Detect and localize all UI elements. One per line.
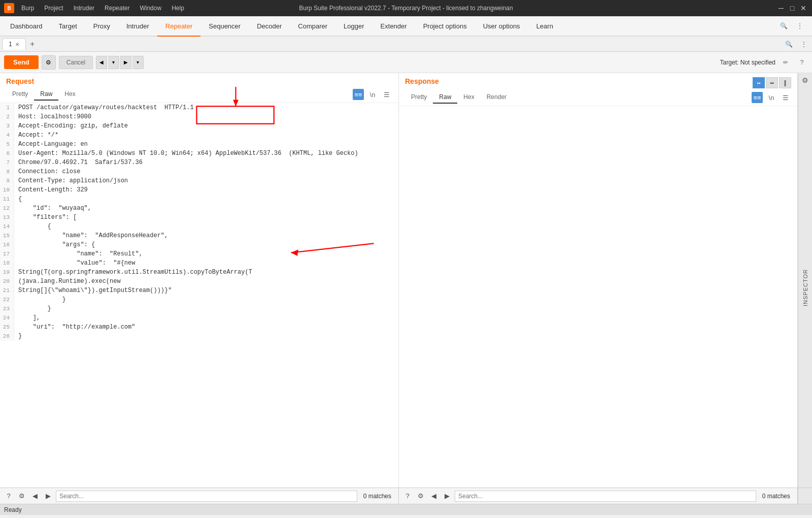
request-line-13: 13 "filters": [	[0, 213, 398, 222]
request-line-12: 12 "id": "wuyaaq",	[0, 204, 398, 213]
request-line-1: 1POST /actuator/gateway/routes/hacktest …	[0, 103, 398, 112]
response-newline-icon[interactable]: \n	[766, 92, 777, 103]
nav-tab-decoder[interactable]: Decoder	[249, 16, 290, 37]
inspector-label[interactable]: INSPECTOR	[802, 265, 808, 310]
minimize-button[interactable]: ─	[776, 4, 786, 13]
forward-arrow-dropdown[interactable]: ▾	[132, 56, 144, 69]
nav-tab-sequencer[interactable]: Sequencer	[200, 16, 249, 37]
inspector-gear-icon[interactable]: ⚙	[799, 73, 811, 87]
nav-tab-comparer[interactable]: Comparer	[290, 16, 335, 37]
response-tab-pretty[interactable]: Pretty	[405, 91, 433, 104]
request-line-9: 9Content-Type: application/json	[0, 176, 398, 185]
request-line-18: 18 "value": "#{new	[0, 258, 398, 268]
request-line-10: 10Content-Length: 329	[0, 185, 398, 195]
response-tab-hex[interactable]: Hex	[457, 91, 480, 104]
response-tab-raw[interactable]: Raw	[433, 91, 457, 104]
menu-intruder[interactable]: Intruder	[69, 3, 99, 14]
request-tab-pretty[interactable]: Pretty	[6, 88, 34, 101]
response-tab-render[interactable]: Render	[481, 91, 513, 104]
line-content: String[]{\"whoami\"}).getInputStream()))…	[14, 286, 172, 295]
nav-tab-logger[interactable]: Logger	[335, 16, 372, 37]
request-wrap-icon[interactable]: ☰	[381, 89, 392, 100]
response-view-horizontal[interactable]: ═	[766, 77, 778, 88]
response-wrap-icon[interactable]: ☰	[780, 92, 791, 103]
request-title: Request	[6, 77, 392, 85]
request-view-pretty-icon[interactable]: ≡≡	[353, 89, 364, 100]
request-code-area[interactable]: 1POST /actuator/gateway/routes/hacktest …	[0, 103, 398, 488]
tab-search-icon[interactable]: 🔍	[783, 38, 795, 50]
line-number: 9	[0, 176, 14, 185]
response-view-vertical[interactable]: ║	[779, 77, 791, 88]
response-search-forward-icon[interactable]: ▶	[442, 491, 453, 502]
more-options-icon[interactable]: ⋮	[794, 20, 806, 32]
repeater-tab-1[interactable]: 1 ✕	[2, 38, 26, 50]
nav-tab-user-options[interactable]: User options	[475, 16, 528, 37]
back-arrow-button[interactable]: ◀	[96, 56, 107, 69]
request-search-forward-icon[interactable]: ▶	[43, 491, 54, 502]
line-content: "uri": "http://example.com"	[14, 322, 135, 332]
nav-tab-dashboard[interactable]: Dashboard	[2, 16, 51, 37]
nav-tab-learn[interactable]: Learn	[528, 16, 561, 37]
response-search-help-icon[interactable]: ?	[402, 491, 413, 502]
request-line-19: 19String(T(org.springframework.util.Stre…	[0, 268, 398, 277]
maximize-button[interactable]: □	[788, 4, 797, 13]
response-search-input[interactable]	[455, 491, 756, 502]
search-icon[interactable]: 🔍	[777, 20, 790, 32]
menu-window[interactable]: Window	[134, 3, 166, 14]
request-tab-raw[interactable]: Raw	[34, 88, 58, 101]
menu-repeater[interactable]: Repeater	[99, 3, 134, 14]
edit-target-icon[interactable]: ✏	[780, 56, 792, 69]
request-tab-hex[interactable]: Hex	[58, 88, 81, 101]
request-search-back-icon[interactable]: ◀	[29, 491, 41, 502]
response-code-area[interactable]	[399, 106, 797, 488]
help-icon[interactable]: ?	[796, 56, 808, 69]
menu-help[interactable]: Help	[166, 3, 189, 14]
request-line-3: 3Accept-Encoding: gzip, deflate	[0, 121, 398, 131]
request-newline-icon[interactable]: \n	[367, 89, 378, 100]
send-button[interactable]: Send	[4, 55, 39, 69]
response-view-split[interactable]: ▪▪	[753, 77, 765, 88]
response-tab-icons: ≡≡ \n ☰	[752, 92, 791, 103]
line-content: Accept-Encoding: gzip, deflate	[14, 121, 128, 131]
menu-burp[interactable]: Burp	[16, 3, 39, 14]
cancel-button[interactable]: Cancel	[59, 56, 93, 69]
request-line-26: 26}	[0, 332, 398, 341]
line-content: Content-Length: 329	[14, 185, 88, 195]
nav-tab-intruder[interactable]: Intruder	[118, 16, 157, 37]
line-content: {	[14, 222, 51, 231]
tab-close-icon[interactable]: ✕	[15, 42, 19, 47]
request-search-settings-icon[interactable]: ⚙	[16, 491, 27, 502]
response-tabs: Pretty Raw Hex Render	[405, 91, 513, 104]
status-text: Ready	[4, 506, 22, 513]
response-header: Response ▪▪ ═ ║ Pretty Raw Hex Render ≡≡…	[399, 73, 797, 106]
line-content: POST /actuator/gateway/routes/hacktest H…	[14, 103, 194, 112]
back-arrow-dropdown[interactable]: ▾	[108, 56, 119, 69]
request-header: Request Pretty Raw Hex ≡≡ \n ☰	[0, 73, 398, 103]
title-bar: B Burp Project Intruder Repeater Window …	[0, 0, 812, 16]
close-button[interactable]: ✕	[799, 4, 808, 13]
request-search-help-icon[interactable]: ?	[3, 491, 14, 502]
nav-tab-project-options[interactable]: Project options	[415, 16, 475, 37]
request-line-25: 25 "uri": "http://example.com"	[0, 322, 398, 332]
add-tab-button[interactable]: +	[27, 39, 38, 50]
response-matches-label: 0 matches	[758, 493, 794, 500]
request-line-14: 14 {	[0, 222, 398, 231]
line-content: User-Agent: Mozilla/5.0 (Windows NT 10.0…	[14, 149, 358, 158]
nav-tab-repeater[interactable]: Repeater	[157, 16, 200, 37]
nav-tab-proxy[interactable]: Proxy	[85, 16, 118, 37]
settings-icon[interactable]: ⚙	[42, 55, 56, 70]
response-search-settings-icon[interactable]: ⚙	[415, 491, 426, 502]
tab-more-icon[interactable]: ⋮	[798, 38, 810, 50]
title-bar-menu: Burp Project Intruder Repeater Window He…	[16, 3, 189, 14]
nav-tab-target[interactable]: Target	[51, 16, 85, 37]
response-search-back-icon[interactable]: ◀	[428, 491, 439, 502]
nav-tab-extender[interactable]: Extender	[373, 16, 415, 37]
line-content: }	[14, 304, 51, 313]
forward-arrow-button[interactable]: ▶	[120, 56, 131, 69]
request-search-input[interactable]	[56, 491, 357, 502]
line-content: "name": "Result",	[14, 249, 143, 258]
response-view-pretty-icon[interactable]: ≡≡	[752, 92, 763, 103]
line-number: 23	[0, 304, 14, 313]
menu-project[interactable]: Project	[39, 3, 68, 14]
line-number: 8	[0, 167, 14, 176]
